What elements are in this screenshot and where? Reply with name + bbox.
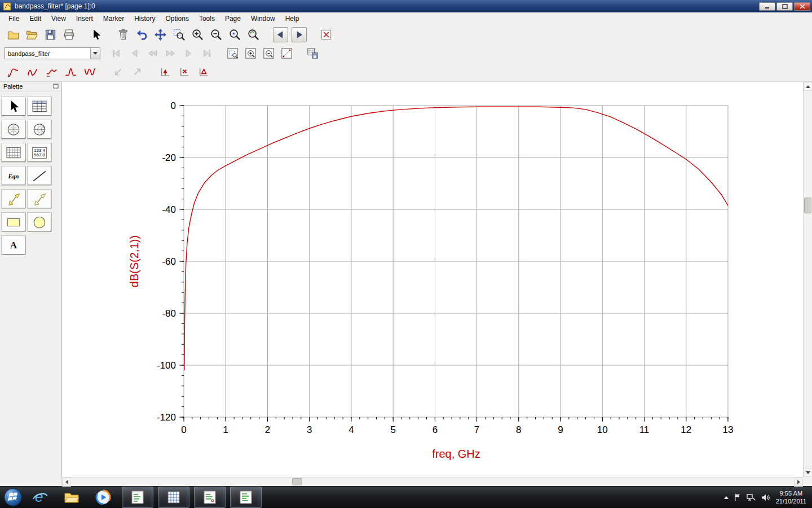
taskbar-explorer-button[interactable]	[59, 487, 85, 508]
trace-back-icon[interactable]	[111, 64, 126, 80]
menu-view[interactable]: View	[46, 13, 71, 24]
title-bar[interactable]: bandpass_filter* [page 1]:0	[0, 0, 812, 12]
trace-forward-icon[interactable]	[130, 64, 145, 80]
svg-text:10: 10	[597, 424, 608, 435]
plot-zoom-area-icon[interactable]	[225, 46, 240, 61]
scroll-up-icon[interactable]	[804, 82, 812, 91]
close-button[interactable]	[794, 2, 810, 11]
palette-table-button[interactable]	[28, 97, 51, 116]
insert-polar-plot-icon[interactable]	[25, 64, 40, 80]
start-button[interactable]	[2, 487, 24, 508]
zoom-area-icon[interactable]	[171, 27, 187, 42]
print-icon[interactable]	[61, 27, 77, 42]
menu-history[interactable]: History	[129, 13, 160, 24]
taskbar-app-button-3[interactable]	[194, 487, 226, 508]
pan-icon[interactable]	[153, 27, 168, 42]
menu-page[interactable]: Page	[220, 13, 246, 24]
minimize-button[interactable]	[759, 2, 775, 11]
plot-zoom-in-icon[interactable]	[243, 46, 258, 61]
scroll-down-icon[interactable]	[804, 468, 812, 477]
nav-forward-icon[interactable]	[163, 46, 178, 61]
toolbar-separator	[149, 72, 154, 72]
delete-icon[interactable]	[116, 27, 131, 42]
palette-pointer-button[interactable]	[2, 97, 25, 116]
tray-network-icon[interactable]	[747, 493, 756, 502]
taskbar-clock[interactable]: 9:55 AM 21/10/2011	[776, 489, 806, 505]
toolbar-separator	[297, 53, 302, 54]
menu-help[interactable]: Help	[280, 13, 304, 24]
menu-insert[interactable]: Insert	[71, 13, 98, 24]
taskbar-app-button-2[interactable]	[158, 487, 189, 508]
horizontal-scrollbar-row	[0, 477, 812, 486]
insert-rect-plot-icon[interactable]	[6, 64, 21, 80]
palette-arrow-solid-button[interactable]	[2, 190, 25, 208]
menu-marker[interactable]: Marker	[98, 13, 129, 24]
scroll-left-icon[interactable]	[62, 478, 71, 487]
nav-prev-icon[interactable]	[127, 46, 142, 61]
menu-window[interactable]: Window	[246, 13, 280, 24]
palette-text-button[interactable]: A	[2, 236, 25, 255]
maximize-button[interactable]	[776, 2, 793, 11]
plot-view-all-icon[interactable]	[279, 46, 294, 61]
taskbar-ie-button[interactable]: e	[27, 487, 53, 508]
horizontal-scroll-thumb[interactable]	[292, 478, 302, 485]
page-forward-icon[interactable]	[292, 27, 307, 42]
scroll-right-icon[interactable]	[794, 478, 803, 487]
zoom-point-icon[interactable]	[227, 27, 242, 42]
clock-date: 21/10/2011	[776, 497, 806, 505]
taskbar-app-button-4[interactable]	[230, 487, 262, 508]
svg-text:1: 1	[223, 424, 228, 435]
palette-rectangle-button[interactable]	[2, 213, 25, 231]
nav-first-icon[interactable]	[109, 46, 124, 61]
taskbar-media-player-button[interactable]	[90, 487, 116, 508]
undo-icon[interactable]	[134, 27, 149, 42]
plot-page[interactable]: 0123456789101112130-20-40-60-80-100-120f…	[62, 82, 803, 477]
open-icon[interactable]	[24, 27, 39, 42]
palette-circle-button[interactable]	[28, 213, 51, 231]
insert-smith-plot-icon[interactable]	[44, 64, 59, 80]
palette-polar-button[interactable]	[2, 120, 25, 139]
menu-tools[interactable]: Tools	[194, 13, 220, 24]
pointer-icon[interactable]	[89, 27, 104, 42]
tray-volume-icon[interactable]	[761, 493, 771, 502]
view-all-icon[interactable]	[246, 27, 261, 42]
insert-list-plot-icon[interactable]	[63, 64, 78, 80]
tray-status-icon[interactable]	[734, 493, 742, 502]
horizontal-scrollbar[interactable]	[62, 477, 803, 486]
tray-show-hidden-icon[interactable]	[724, 496, 729, 499]
nav-back-icon[interactable]	[145, 46, 160, 61]
import-dataset-icon[interactable]	[305, 46, 320, 61]
palette-float-icon[interactable]	[53, 84, 59, 89]
menu-edit[interactable]: Edit	[24, 13, 46, 24]
insert-marker-icon[interactable]	[158, 64, 173, 80]
dataset-toolbar: bandpass_filter	[0, 44, 812, 63]
zoom-in-icon[interactable]	[190, 27, 205, 42]
taskbar-app-button-1[interactable]	[122, 487, 153, 508]
nav-next-icon[interactable]	[181, 46, 196, 61]
palette-list-button[interactable]: 123 4567 8	[28, 143, 51, 162]
vertical-scrollbar[interactable]	[803, 82, 812, 477]
menu-options[interactable]: Options	[161, 13, 194, 24]
plot-zoom-out-icon[interactable]	[261, 46, 276, 61]
new-icon[interactable]	[6, 27, 21, 42]
dataset-combobox[interactable]: bandpass_filter	[5, 47, 100, 59]
nav-last-icon[interactable]	[199, 46, 214, 61]
close-page-icon[interactable]	[319, 27, 334, 42]
palette-arrow-outline-button[interactable]	[28, 190, 51, 208]
marker-delta-icon[interactable]	[196, 64, 211, 80]
palette-grid-button[interactable]	[2, 143, 25, 162]
palette-line-button[interactable]	[28, 167, 51, 185]
menu-file[interactable]: File	[3, 13, 24, 24]
vertical-scroll-thumb[interactable]	[804, 198, 811, 213]
rectangle-icon	[5, 215, 23, 230]
save-icon[interactable]	[43, 27, 58, 42]
palette-eqn-button[interactable]: Eqn	[2, 167, 25, 185]
zoom-out-icon[interactable]	[209, 27, 224, 42]
page-back-icon[interactable]	[273, 27, 288, 42]
sn-plot-svg[interactable]: 0123456789101112130-20-40-60-80-100-120f…	[62, 82, 803, 477]
marker-x-icon[interactable]	[177, 64, 192, 80]
combo-dropdown-icon[interactable]	[90, 48, 100, 59]
insert-stack-plot-icon[interactable]	[82, 64, 98, 80]
ads-display-icon	[166, 490, 181, 505]
palette-smith-button[interactable]	[28, 120, 51, 139]
